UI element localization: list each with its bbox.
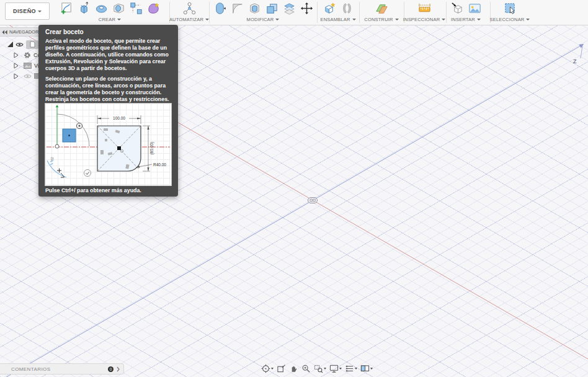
chevron-down-icon (271, 368, 274, 370)
inspeccionar-dropdown[interactable]: INSPECCIONAR (403, 17, 446, 22)
revolve-button[interactable] (94, 1, 109, 16)
chevron-down-icon (38, 11, 42, 12)
gear-icon (24, 51, 31, 59)
extrude-button[interactable] (76, 1, 92, 16)
toolbar-group-modificar: MODIFICAR (211, 0, 315, 25)
ensamblar-dropdown[interactable]: ENSAMBLAR (320, 17, 355, 22)
orbit-icon (261, 364, 270, 373)
collapsed-triangle-icon[interactable] (14, 73, 19, 79)
expanded-triangle-icon[interactable] (7, 42, 13, 47)
combine-icon (265, 1, 279, 16)
chevron-down-icon (477, 19, 481, 20)
origin-marker[interactable] (308, 198, 318, 203)
new-component-button[interactable] (322, 1, 337, 16)
chevron-down-icon (395, 19, 399, 20)
toolbar-group-seleccionar: SELECCIONAR (488, 0, 532, 25)
create-form-button[interactable] (146, 1, 161, 16)
new-component-icon (323, 1, 337, 16)
measure-button[interactable] (417, 1, 432, 16)
collapsed-triangle-icon[interactable] (14, 63, 19, 69)
automate-button[interactable] (182, 1, 197, 16)
insert-image-button[interactable] (467, 1, 483, 16)
eye-off-icon[interactable] (24, 73, 32, 79)
rail-button[interactable] (128, 1, 144, 16)
chevron-down-icon (324, 368, 326, 370)
sweep-icon (112, 1, 126, 16)
move-icon (300, 1, 314, 16)
crear-dropdown[interactable]: CREAR (99, 17, 121, 22)
navigator-row-settings[interactable]: Co (14, 50, 42, 60)
shell-button[interactable] (247, 1, 262, 16)
display-settings-icon (329, 364, 339, 373)
workspace-menu-button[interactable]: DISEÑO (5, 2, 50, 20)
tooltip-footer: Pulse Ctrl+/ para obtener más ayuda. (45, 187, 141, 193)
chevron-down-icon (370, 368, 373, 370)
visibility-eye-icon[interactable] (16, 42, 24, 48)
zoom-button[interactable] (300, 363, 312, 374)
insert-derive-icon (450, 1, 465, 16)
pan-button[interactable] (288, 363, 300, 374)
modificar-label: MODIFICAR (247, 17, 274, 22)
pan-icon (289, 364, 298, 373)
construir-dropdown[interactable]: CONSTRUIR (364, 17, 398, 22)
press-pull-button[interactable] (212, 1, 228, 16)
orbit-button[interactable] (260, 363, 275, 374)
toolbar-group-construir: CONSTRUIR (361, 0, 402, 25)
move-button[interactable] (299, 1, 314, 16)
viewports-icon (360, 364, 370, 373)
navigator-row-origin[interactable] (14, 71, 42, 81)
insertar-label: INSERTAR (451, 17, 475, 22)
tooltip-sketch-image: 52 (45, 103, 172, 186)
document-icon (26, 40, 38, 49)
split-body-button[interactable] (282, 1, 297, 16)
view-navigation-bar (260, 363, 374, 374)
joint-button[interactable] (339, 1, 355, 16)
toolbar-group-insertar: INSERTAR (443, 0, 488, 25)
zoom-icon (301, 364, 311, 373)
comments-count-badge: 0 (108, 366, 114, 372)
expand-comments-icon[interactable] (117, 366, 120, 372)
display-settings-button[interactable] (328, 363, 343, 374)
select-window-button[interactable] (502, 1, 518, 16)
sweep-button[interactable] (111, 1, 127, 16)
look-at-button[interactable] (275, 363, 287, 374)
shell-icon (247, 1, 262, 16)
select-window-icon (503, 1, 517, 16)
collapsed-triangle-icon[interactable] (14, 52, 19, 58)
dim-width-label: 100.00 (113, 116, 125, 120)
navigator-header[interactable]: NAVEGADOR (0, 27, 41, 37)
create-form-icon (146, 1, 161, 16)
tooltip-title: Crear boceto (45, 29, 84, 35)
insert-derive-button[interactable] (450, 1, 465, 16)
joint-icon (340, 1, 354, 16)
navigator-panel: NAVEGADOR Co (0, 27, 42, 81)
modificar-dropdown[interactable]: MODIFICAR (247, 17, 280, 22)
construir-label: CONSTRUIR (364, 17, 393, 22)
chevron-down-icon (352, 19, 356, 20)
zoom-window-icon (314, 364, 323, 373)
dim-height-label: (60.00) (149, 142, 154, 155)
dim-radius-label: R40.00 (153, 162, 166, 167)
crear-label: CREAR (99, 17, 115, 22)
extrude-icon (77, 1, 91, 16)
seleccionar-dropdown[interactable]: SELECCIONAR (490, 17, 530, 22)
navigator-row-document[interactable] (7, 39, 42, 50)
construction-plane-icon (375, 1, 389, 16)
navigator-row-views[interactable]: Vi (14, 60, 42, 71)
create-sketch-button[interactable] (59, 1, 74, 16)
viewports-button[interactable] (359, 363, 374, 374)
grid-settings-button[interactable] (344, 363, 359, 374)
sketch-illustration: 52 (45, 104, 171, 185)
ensamblar-label: ENSAMBLAR (320, 17, 350, 22)
insertar-dropdown[interactable]: INSERTAR (451, 17, 481, 22)
chevron-down-icon (526, 19, 530, 20)
rail-icon (129, 1, 143, 16)
fillet-button[interactable] (229, 1, 245, 16)
combine-button[interactable] (264, 1, 280, 16)
automatizar-dropdown[interactable]: AUTOMATIZAR (169, 17, 209, 22)
zoom-window-button[interactable] (313, 363, 327, 374)
comments-bar[interactable]: COMENTARIOS 0 (0, 363, 124, 375)
chevron-down-icon (275, 19, 279, 20)
construction-plane-button[interactable] (374, 1, 390, 16)
look-at-icon (277, 364, 286, 373)
